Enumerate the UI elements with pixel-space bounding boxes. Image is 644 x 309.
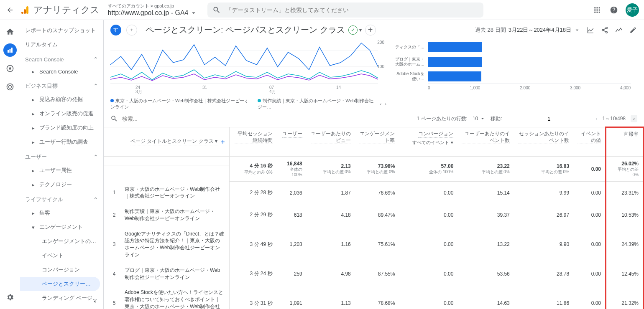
table-row[interactable]: 5Adobe Stockを使いたい方へ！ライセンスと著作権について知っておくべき… xyxy=(104,285,644,309)
chevron-down-icon[interactable]: ▾ xyxy=(359,27,362,33)
svg-rect-8 xyxy=(599,9,600,10)
hbar-bar[interactable] xyxy=(428,57,482,67)
column-header[interactable]: イベントの値 xyxy=(578,131,601,144)
advertising-icon[interactable] xyxy=(3,80,17,94)
sidebar-item-engagement-overview[interactable]: エンゲージメントの概要 xyxy=(20,234,103,248)
table-cell: 0.00 xyxy=(573,285,606,309)
column-header[interactable]: セッションあたりのイベント数 xyxy=(518,131,569,144)
sidebar-section-user[interactable]: ユーザー ⌃ xyxy=(20,149,103,163)
table-cell: 15.14 xyxy=(457,182,514,204)
home-icon[interactable] xyxy=(3,25,17,38)
sidebar-item-behavior[interactable]: ▸ユーザー行動の調査 xyxy=(20,135,103,149)
add-dimension-button[interactable]: + xyxy=(221,138,225,146)
reports-icon[interactable] xyxy=(3,43,17,57)
arrow-down-icon: ▾ xyxy=(32,224,35,230)
table-cell: 0.00 xyxy=(573,204,606,226)
table-cell: 2 分 29 秒 xyxy=(229,204,277,226)
sidebar-item-pages-screens[interactable]: ページとスクリーン: ページ... xyxy=(20,277,100,291)
sidebar-item-sales[interactable]: ▸オンライン販売の促進 xyxy=(20,106,103,121)
explore-icon[interactable] xyxy=(3,62,17,75)
report-sidebar: レポートのスナップショット リアルタイム Search Console ⌃ ▸S… xyxy=(20,20,104,309)
user-avatar[interactable]: 愛子 xyxy=(626,3,639,17)
report-table: ページ タイトルとスクリーン クラス ▾ + 平均セッション継続時間 ユーザー … xyxy=(104,127,644,309)
sidebar-section-lifecycle[interactable]: ライフサイクル ⌃ xyxy=(20,192,103,206)
check-badge-icon[interactable]: ✓ xyxy=(348,25,358,35)
sidebar-item-events[interactable]: イベント xyxy=(20,248,103,263)
legend-next-icon[interactable]: › xyxy=(385,101,386,106)
dimension-header[interactable]: ページ タイトルとスクリーン クラス ▾ xyxy=(130,138,217,145)
sidebar-item-technology[interactable]: ▸テクノロジー xyxy=(20,177,103,192)
rows-per-page-select[interactable]: 10 xyxy=(473,116,486,122)
account-selector[interactable]: すべてのアカウント > gpol.co.jp http://www.gpol.c… xyxy=(108,3,198,17)
customize-icon[interactable] xyxy=(586,26,595,34)
sidebar-item-engagement[interactable]: ▾エンゲージメント xyxy=(20,220,103,234)
sidebar-item-conversions[interactable]: コンバージョン xyxy=(20,263,103,277)
table-cell: 87.55% xyxy=(355,263,399,285)
collapse-sidebar-icon[interactable] xyxy=(91,298,98,306)
column-header[interactable]: 平均セッション継続時間 xyxy=(234,131,273,144)
global-search[interactable] xyxy=(207,3,483,18)
column-header[interactable]: ユーザーあたりのビュー xyxy=(311,131,351,144)
table-row[interactable]: 1東京・大阪のホームページ・Web制作会社｜株式会社ジーピーオンライン2 分 2… xyxy=(104,182,644,204)
legend-prev-icon[interactable]: ‹ xyxy=(380,101,382,106)
table-cell: 13.22 xyxy=(457,226,514,263)
hbar-row: ティクスの「… xyxy=(393,40,631,54)
share-icon[interactable] xyxy=(601,26,609,34)
back-button[interactable] xyxy=(5,5,15,15)
table-cell: 2,036 xyxy=(277,182,307,204)
sidebar-item-search-console[interactable]: ▸Search Console xyxy=(20,65,103,78)
svg-line-21 xyxy=(603,28,606,30)
table-row[interactable]: 4ブログ｜東京・大阪のホームページ・Web制作会社ジーピーオンライン3 分 24… xyxy=(104,263,644,285)
rows-per-page-label: 1 ページあたりの行数: xyxy=(417,115,468,122)
svg-line-22 xyxy=(603,30,606,32)
report-toolbar: す + ページとスクリーン: ページパスとスクリーン クラス ✓ ▾ + 過去 … xyxy=(104,20,644,40)
axis-tick: 1,000 xyxy=(470,86,480,90)
account-path: すべてのアカウント > gpol.co.jp xyxy=(108,3,198,9)
sidebar-section-business[interactable]: ビジネス目標 ⌃ xyxy=(20,78,103,92)
column-header[interactable]: エンゲージメント率 xyxy=(359,131,395,144)
page-prev-icon[interactable]: ‹ xyxy=(596,116,598,122)
table-cell: 10.53% xyxy=(606,204,644,226)
column-header[interactable]: ユーザーあたりのイベント数 xyxy=(462,131,509,144)
legend-item[interactable]: 制作実績｜東京・大阪のホームページ・Web制作会社ジー… xyxy=(258,98,375,110)
arrow-right-icon: ▸ xyxy=(32,139,35,145)
sidebar-realtime[interactable]: リアルタイム xyxy=(20,38,103,52)
column-header[interactable]: コンバージョン xyxy=(418,131,453,138)
hbar-bar[interactable] xyxy=(428,71,481,81)
table-cell: 76.69% xyxy=(355,182,399,204)
date-range-selector[interactable]: 過去 28 日間 3月22日～2024年4月18日 xyxy=(475,26,580,34)
sidebar-item-user-attrs[interactable]: ▸ユーザー属性 xyxy=(20,163,103,177)
sidebar-snapshot[interactable]: レポートのスナップショット xyxy=(20,23,103,38)
analytics-logo-icon xyxy=(20,5,30,15)
goto-input[interactable] xyxy=(507,116,591,122)
sidebar-item-acquisition[interactable]: ▸集客 xyxy=(20,206,103,220)
hbar-label: ティクスの「… xyxy=(393,45,424,50)
row-dimension: 東京・大阪のホームページ・Web制作会社｜株式会社ジーピーオンライン xyxy=(125,186,225,200)
column-header[interactable]: 直帰率 xyxy=(624,131,639,138)
row-dimension: Googleアナリティクスの「Direct」とは？確認方法や特定方法を紹介！｜東… xyxy=(125,230,225,258)
page-next-icon[interactable]: › xyxy=(631,115,637,122)
table-cell: 12.45% xyxy=(606,263,644,285)
sidebar-item-brand[interactable]: ▸ブランド認知度の向上 xyxy=(20,121,103,135)
apps-icon[interactable] xyxy=(592,5,602,15)
add-segment-button[interactable]: + xyxy=(126,25,137,35)
search-input[interactable] xyxy=(226,7,478,13)
sidebar-item-leads[interactable]: ▸見込み顧客の発掘 xyxy=(20,92,103,106)
column-header[interactable]: ユーザー xyxy=(282,131,302,138)
axis-tick: 3,000 xyxy=(570,86,580,90)
legend-item[interactable]: 東京・大阪のホームページ・Web制作会社｜株式会社ジーピーオンライン xyxy=(110,98,253,110)
table-row[interactable]: 3Googleアナリティクスの「Direct」とは？確認方法や特定方法を紹介！｜… xyxy=(104,226,644,263)
table-row[interactable]: 2制作実績｜東京・大阪のホームページ・Web制作会社ジーピーオンライン2 分 2… xyxy=(104,204,644,226)
help-icon[interactable] xyxy=(609,5,619,15)
hbar-bar[interactable] xyxy=(428,42,482,52)
admin-gear-icon[interactable] xyxy=(3,291,17,304)
sidebar-section-search-console[interactable]: Search Console ⌃ xyxy=(20,52,103,65)
edit-pencil-icon[interactable] xyxy=(629,26,637,34)
insights-icon[interactable] xyxy=(615,26,623,34)
table-search-input[interactable] xyxy=(122,116,206,122)
chevron-down-icon[interactable]: ▾ xyxy=(451,140,453,145)
table-cell: 0.00 xyxy=(399,285,457,309)
add-comparison-button[interactable]: + xyxy=(365,25,376,35)
table-totals-row: 4 分 16 秒平均との差 0%16,848全体の 100%2.13平均との差 … xyxy=(104,157,644,182)
segment-chip[interactable]: す xyxy=(110,25,121,35)
